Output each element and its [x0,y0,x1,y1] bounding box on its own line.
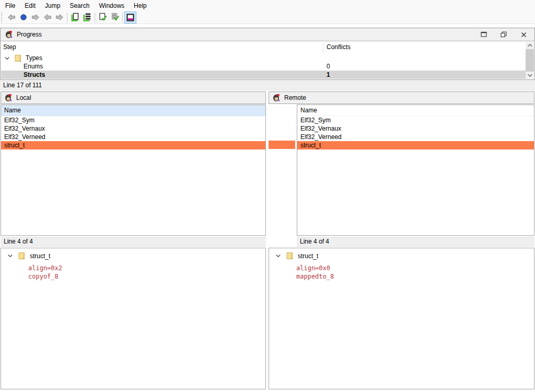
ida-logo-icon [4,94,13,102]
menu-bar: File Edit Jump Search Windows Help [0,0,535,11]
ida-logo-icon [5,30,13,39]
progress-rows: Types Enums 0 Structs 1 [1,54,526,79]
chevron-down-icon[interactable] [7,253,13,259]
blue-dot-icon [19,13,28,21]
column-header-name[interactable]: Name [297,105,534,116]
toolbar-drag-handle[interactable] [1,13,4,22]
folder-icon [18,252,25,260]
local-detail-panel: struct_t align=0x2 copyof_8 [1,248,266,389]
folder-icon [14,54,21,62]
local-panel-titlebar[interactable]: Local [1,91,266,104]
local-name-list: Name Elf32_Sym Elf32_Vernaux Elf32_Verne… [1,105,266,236]
chevron-down-icon[interactable] [4,55,10,61]
document-check-icon [98,13,108,22]
menu-file[interactable]: File [1,0,20,11]
forward-button[interactable] [29,11,41,24]
local-panel-title: Local [16,94,31,101]
document-validate-button[interactable] [97,11,109,24]
remote-detail-panel: struct_t align=0x0 mappedto_8 [269,248,534,389]
progress-window: Progress Step Conflicts [0,28,535,80]
tree-node-label: struct_t [298,252,318,260]
monitor-icon [126,13,135,22]
column-header-name[interactable]: Name [1,105,265,116]
column-divider[interactable] [323,43,323,52]
list-item-selected[interactable]: struct_t [1,141,265,149]
row-label: Structs [1,71,526,79]
row-label: Types [26,54,42,62]
progress-status-bar: Line 17 of 111 [0,80,535,90]
line-indicator: Line 17 of 111 [3,82,42,89]
document-button[interactable] [69,11,81,24]
database-stack-button[interactable] [81,11,93,24]
progress-window-title: Progress [17,31,42,38]
toolbar-separator [67,13,67,22]
chevron-down-icon[interactable] [275,253,281,259]
scroll-down-icon[interactable] [526,72,534,79]
arrow-right-icon [55,13,64,21]
next-item-button[interactable] [53,11,65,24]
vertical-scrollbar[interactable] [526,42,534,79]
close-icon[interactable] [520,31,527,38]
menu-edit[interactable]: Edit [20,0,40,11]
document-green-icon [71,13,80,22]
scrollbar-thumb[interactable] [526,49,534,72]
list-item[interactable]: Elf32_Verneed [297,133,534,141]
conflicts-value: 1 [327,71,330,79]
row-label: Enums [1,62,526,71]
arrow-right-icon [31,13,40,21]
merge-gutter [266,105,297,236]
table-row-structs[interactable]: Structs 1 [1,71,526,79]
table-row-types[interactable]: Types [1,54,526,62]
list-item[interactable]: Elf32_Verneed [1,133,265,141]
line-indicator: Line 4 of 4 [4,238,33,245]
list-item[interactable]: Elf32_Vernaux [1,124,265,133]
ida-logo-icon [272,94,281,102]
list-item[interactable]: Elf32_Vernaux [297,124,534,133]
restore-icon[interactable] [500,31,507,38]
progress-table: Step Conflicts Types [1,41,534,79]
stack-check-icon [110,13,120,22]
progress-titlebar[interactable]: Progress [1,28,534,41]
detail-attribute-line[interactable]: align=0x2 [1,264,265,272]
menu-jump[interactable]: Jump [40,0,65,11]
detail-attribute-line[interactable]: align=0x0 [269,264,534,272]
scroll-up-icon[interactable] [526,42,534,49]
menu-help[interactable]: Help [129,0,152,11]
remote-name-list: Name Elf32_Sym Elf32_Vernaux Elf32_Verne… [297,105,534,236]
list-item-selected[interactable]: struct_t [297,141,534,149]
maximize-icon[interactable] [480,31,487,38]
tree-node-label: struct_t [30,252,50,260]
tree-node-struct[interactable]: struct_t [1,251,265,260]
merge-tool-window: File Edit Jump Search Windows Help [0,0,535,392]
database-validate-button[interactable] [109,11,121,24]
conflicts-value: 0 [327,62,330,71]
previous-item-button[interactable] [41,11,53,24]
line-indicator: Line 4 of 4 [300,238,329,245]
conflict-connector[interactable] [269,141,295,149]
menu-windows[interactable]: Windows [94,0,129,11]
list-item[interactable]: Elf32_Sym [297,116,534,124]
local-status-bar: Line 4 of 4 [1,237,266,247]
toolbar-separator [122,13,123,22]
window-controls [480,31,527,38]
remote-status-bar: Line 4 of 4 [297,237,534,247]
remote-panel-title: Remote [284,94,306,101]
toolbar-separator [95,13,95,22]
tree-node-struct[interactable]: struct_t [269,251,534,260]
toolbar [0,11,535,24]
arrow-left-icon [7,13,16,21]
progress-table-header: Step Conflicts [1,41,534,54]
arrow-left-icon [43,13,52,21]
column-header-conflicts[interactable]: Conflicts [327,43,351,51]
current-position-button[interactable] [17,11,29,24]
menu-search[interactable]: Search [65,0,94,11]
column-header-step[interactable]: Step [3,43,16,51]
detail-attribute-line[interactable]: mappedto_8 [269,272,534,281]
remote-panel-titlebar[interactable]: Remote [269,91,534,104]
display-toggle-button[interactable] [124,11,136,24]
table-row-enums[interactable]: Enums 0 [1,62,526,71]
list-item[interactable]: Elf32_Sym [1,116,265,124]
back-button[interactable] [5,11,17,24]
detail-attribute-line[interactable]: copyof_8 [1,272,265,281]
stack-green-icon [83,13,92,22]
